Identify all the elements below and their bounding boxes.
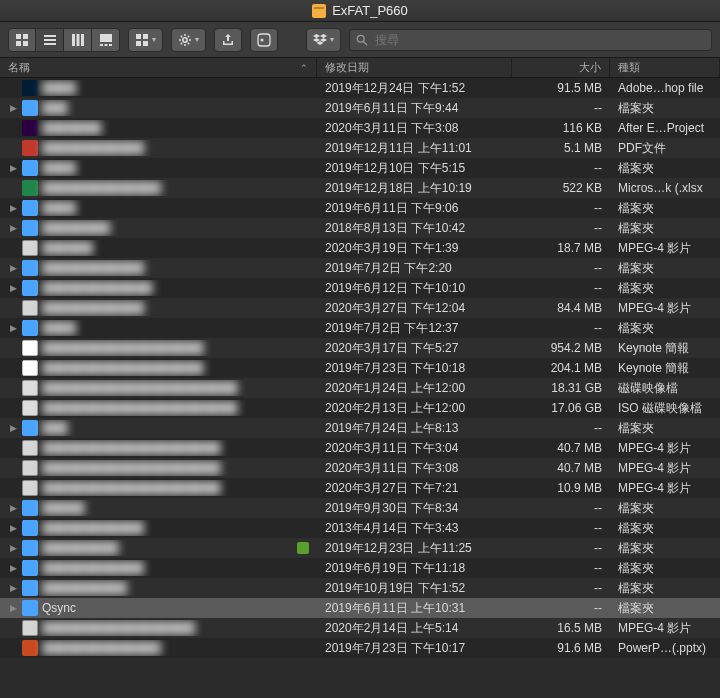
action-button[interactable]: ▾ <box>171 28 206 52</box>
svg-rect-2 <box>16 41 21 46</box>
disclosure-triangle-icon[interactable]: ▶ <box>8 583 18 593</box>
cell-name: ██████████████ <box>0 180 317 196</box>
folder-row[interactable]: ▶████████████2019年6月19日 下午11:18--檔案夾 <box>0 558 720 578</box>
disclosure-triangle-icon[interactable]: ▶ <box>8 263 18 273</box>
file-row[interactable]: ██████████████████2020年2月14日 上午5:1416.5 … <box>0 618 720 638</box>
disclosure-triangle-icon[interactable]: ▶ <box>8 283 18 293</box>
folder-row[interactable]: ▶███2019年6月11日 下午9:44--檔案夾 <box>0 98 720 118</box>
file-row[interactable]: █████████████████████2020年3月11日 下午3:0440… <box>0 438 720 458</box>
file-row[interactable]: ██████████████2019年12月18日 上午10:19522 KBM… <box>0 178 720 198</box>
disclosure-triangle-icon[interactable]: ▶ <box>8 203 18 213</box>
folder-icon <box>22 100 38 116</box>
folder-row[interactable]: ▶███2019年7月24日 上午8:13--檔案夾 <box>0 418 720 438</box>
disclosure-triangle-icon[interactable]: ▶ <box>8 563 18 573</box>
cell-kind: PowerP…(.pptx) <box>610 641 720 655</box>
cell-name: ███████████████████████ <box>0 400 317 416</box>
dmg-icon <box>22 400 38 416</box>
folder-row[interactable]: ▶████2019年12月10日 下午5:15--檔案夾 <box>0 158 720 178</box>
cell-name: ███████ <box>0 120 317 136</box>
column-header-name[interactable]: 名稱 ⌃ <box>0 58 317 77</box>
cell-size: 17.06 GB <box>512 401 610 415</box>
disclosure-triangle-icon[interactable]: ▶ <box>8 103 18 113</box>
share-button[interactable] <box>214 28 242 52</box>
file-row[interactable]: ███████████████████2019年7月23日 下午10:18204… <box>0 358 720 378</box>
file-row[interactable]: ███████████████████2020年3月17日 下午5:27954.… <box>0 338 720 358</box>
dropbox-icon <box>313 33 327 47</box>
disclosure-triangle-icon[interactable]: ▶ <box>8 423 18 433</box>
disclosure-triangle-icon[interactable]: ▶ <box>8 543 18 553</box>
grid-icon <box>15 33 29 47</box>
file-row[interactable]: ████████████2020年3月27日 下午12:0484.4 MBMPE… <box>0 298 720 318</box>
cell-size: -- <box>512 321 610 335</box>
svg-rect-14 <box>136 34 141 39</box>
file-row[interactable]: ███████████████████████2020年2月13日 上午12:0… <box>0 398 720 418</box>
cell-date: 2019年7月2日 下午2:20 <box>317 260 512 277</box>
cell-size: 91.5 MB <box>512 81 610 95</box>
cell-date: 2019年12月23日 上午11:25 <box>317 540 512 557</box>
cell-kind: 檔案夾 <box>610 420 720 437</box>
cell-size: -- <box>512 581 610 595</box>
folder-row[interactable]: ▶█████████████2019年6月12日 下午10:10--檔案夾 <box>0 278 720 298</box>
column-header-kind[interactable]: 種類 <box>610 58 720 77</box>
disclosure-triangle-icon[interactable]: ▶ <box>8 223 18 233</box>
svg-rect-17 <box>143 41 148 46</box>
file-row[interactable]: ██████████████2019年7月23日 下午10:1791.6 MBP… <box>0 638 720 658</box>
folder-row[interactable]: ▶████████2018年8月13日 下午10:42--檔案夾 <box>0 218 720 238</box>
file-row[interactable]: ██████2020年3月19日 下午1:3918.7 MBMPEG-4 影片 <box>0 238 720 258</box>
cell-name: ▶███ <box>0 100 317 116</box>
folder-row[interactable]: ▶████████████2019年7月2日 下午2:20--檔案夾 <box>0 258 720 278</box>
folder-row[interactable]: ▶████2019年6月11日 下午9:06--檔案夾 <box>0 198 720 218</box>
disclosure-triangle-icon[interactable]: ▶ <box>8 603 18 613</box>
svg-rect-13 <box>109 44 112 46</box>
svg-line-21 <box>364 41 367 44</box>
svg-rect-15 <box>143 34 148 39</box>
disclosure-triangle-icon[interactable]: ▶ <box>8 503 18 513</box>
view-columns-button[interactable] <box>64 28 92 52</box>
share-icon <box>221 33 235 47</box>
cell-date: 2019年7月24日 上午8:13 <box>317 420 512 437</box>
arrange-button[interactable]: ▾ <box>128 28 163 52</box>
folder-icon <box>22 320 38 336</box>
cell-kind: 磁碟映像檔 <box>610 380 720 397</box>
folder-icon <box>22 500 38 516</box>
search-field[interactable] <box>349 29 712 51</box>
tags-button[interactable] <box>250 28 278 52</box>
column-header-size[interactable]: 大小 <box>512 58 610 77</box>
svg-rect-9 <box>81 34 84 46</box>
file-name-label: █████████ <box>42 541 119 555</box>
cell-size: -- <box>512 541 610 555</box>
cell-size: -- <box>512 601 610 615</box>
dropbox-button[interactable]: ▾ <box>306 28 341 52</box>
file-row[interactable]: █████████████████████2020年3月27日 下午7:2110… <box>0 478 720 498</box>
file-list[interactable]: ████2019年12月24日 下午1:5291.5 MBAdobe…hop f… <box>0 78 720 698</box>
search-input[interactable] <box>373 32 705 48</box>
list-icon <box>43 33 57 47</box>
file-row[interactable]: ███████2020年3月11日 下午3:08116 KBAfter E…Pr… <box>0 118 720 138</box>
file-row[interactable]: ███████████████████████2020年1月24日 上午12:0… <box>0 378 720 398</box>
view-icons-button[interactable] <box>8 28 36 52</box>
disclosure-triangle-icon[interactable]: ▶ <box>8 523 18 533</box>
cell-size: -- <box>512 501 610 515</box>
disclosure-triangle-icon[interactable]: ▶ <box>8 163 18 173</box>
folder-row[interactable]: ▶████████████2013年4月14日 下午3:43--檔案夾 <box>0 518 720 538</box>
folder-row[interactable]: ▶██████████2019年10月19日 下午1:52--檔案夾 <box>0 578 720 598</box>
folder-row[interactable]: ▶█████2019年9月30日 下午8:34--檔案夾 <box>0 498 720 518</box>
svg-rect-8 <box>76 34 79 46</box>
cell-size: 10.9 MB <box>512 481 610 495</box>
window-titlebar: ExFAT_P660 <box>0 0 720 22</box>
column-header-date-label: 修改日期 <box>325 60 369 75</box>
view-gallery-button[interactable] <box>92 28 120 52</box>
folder-row[interactable]: ▶█████████2019年12月23日 上午11:25--檔案夾 <box>0 538 720 558</box>
cell-name: ▶████████████ <box>0 260 317 276</box>
folder-row[interactable]: ▶Qsync2019年6月11日 上午10:31--檔案夾 <box>0 598 720 618</box>
disclosure-triangle-icon[interactable]: ▶ <box>8 323 18 333</box>
cell-kind: 檔案夾 <box>610 580 720 597</box>
folder-row[interactable]: ▶████2019年7月2日 下午12:37--檔案夾 <box>0 318 720 338</box>
svg-point-20 <box>357 35 364 42</box>
column-header-date[interactable]: 修改日期 <box>317 58 512 77</box>
view-list-button[interactable] <box>36 28 64 52</box>
file-row[interactable]: █████████████████████2020年3月11日 下午3:0840… <box>0 458 720 478</box>
file-row[interactable]: ████████████2019年12月11日 上午11:015.1 MBPDF… <box>0 138 720 158</box>
svg-rect-12 <box>104 44 107 46</box>
file-row[interactable]: ████2019年12月24日 下午1:5291.5 MBAdobe…hop f… <box>0 78 720 98</box>
